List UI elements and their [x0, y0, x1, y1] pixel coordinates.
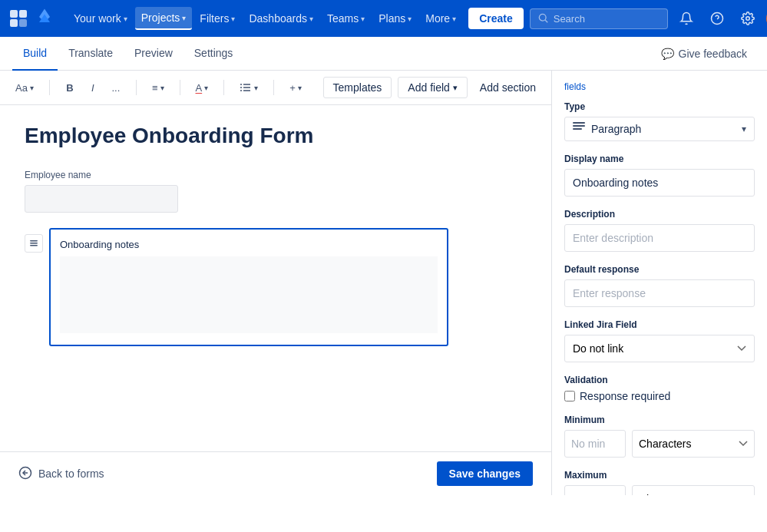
toolbar-list-group: ▾ [233, 77, 264, 98]
chevron-icon: ▾ [453, 83, 458, 93]
type-label: Type [564, 101, 755, 112]
form-title: Employee Onboarding Form [25, 124, 527, 148]
templates-button[interactable]: Templates [323, 77, 392, 98]
add-section-button[interactable]: Add section [474, 78, 542, 97]
search-icon [538, 13, 549, 24]
toolbar-color-group: A ▾ [190, 77, 215, 98]
maximum-unit-select[interactable]: Characters [632, 485, 755, 495]
minimum-section: Minimum Characters [564, 415, 755, 458]
tab-translate[interactable]: Translate [58, 37, 124, 71]
toolbar: Aa ▾ B I ... ≡ ▾ A ▾ [0, 71, 551, 105]
more-format-button[interactable]: ... [105, 77, 127, 98]
chevron-down-icon: ▾ [742, 124, 746, 134]
svg-rect-21 [573, 128, 582, 130]
validation-label: Validation [564, 375, 755, 385]
chevron-icon: ▾ [182, 14, 186, 22]
back-to-forms-button[interactable]: Back to forms [18, 466, 104, 482]
align-button[interactable]: ≡ ▾ [146, 77, 170, 98]
app-logo[interactable] [9, 8, 28, 29]
give-feedback-button[interactable]: 💬 Give feedback [653, 43, 755, 64]
top-navigation: Your work ▾ Projects ▾ Filters ▾ Dashboa… [0, 0, 767, 37]
settings-button[interactable] [736, 6, 760, 31]
description-section: Description [564, 209, 755, 252]
nav-your-work[interactable]: Your work ▾ [68, 8, 134, 29]
response-required-checkbox[interactable] [564, 391, 575, 401]
tabs-bar: Build Translate Preview Settings 💬 Give … [0, 37, 767, 71]
tabs: Build Translate Preview Settings [12, 37, 243, 71]
list-button[interactable]: ▾ [233, 77, 264, 98]
default-response-input[interactable] [564, 279, 755, 307]
fields-breadcrumb[interactable]: fields [564, 81, 586, 92]
right-panel: fields Type Paragraph ▾ Display name Des… [552, 71, 767, 495]
description-label: Description [564, 209, 755, 220]
toolbar-divider-3 [180, 80, 180, 95]
drag-icon [29, 239, 38, 248]
svg-point-12 [240, 87, 242, 88]
font-button[interactable]: Aa ▾ [9, 77, 40, 98]
brand-logo[interactable] [34, 6, 55, 31]
search-placeholder: Search [554, 13, 585, 25]
tab-build[interactable]: Build [12, 37, 58, 71]
nav-teams[interactable]: Teams ▾ [321, 8, 371, 29]
tab-settings[interactable]: Settings [183, 37, 244, 71]
svg-rect-2 [10, 19, 18, 27]
type-section: Type Paragraph ▾ [564, 101, 755, 141]
chevron-icon: ▾ [452, 15, 456, 23]
onboarding-notes-field: Onboarding notes [49, 228, 448, 346]
svg-point-7 [746, 17, 749, 21]
save-changes-button[interactable]: Save changes [437, 461, 533, 486]
maximum-input[interactable] [564, 485, 626, 495]
drag-handle[interactable] [25, 234, 43, 253]
linked-jira-label: Linked Jira Field [564, 319, 755, 330]
default-response-label: Default response [564, 264, 755, 275]
back-arrow-icon [18, 466, 32, 482]
tab-preview[interactable]: Preview [124, 37, 183, 71]
chevron-icon: ▾ [124, 15, 127, 23]
display-name-input[interactable] [564, 169, 755, 197]
svg-rect-16 [30, 245, 38, 246]
nav-plans[interactable]: Plans ▾ [372, 8, 418, 29]
svg-rect-19 [573, 122, 585, 124]
employee-name-input[interactable] [25, 185, 178, 213]
svg-rect-15 [30, 243, 38, 244]
italic-button[interactable]: I [82, 77, 104, 98]
onboarding-notes-label: Onboarding notes [60, 239, 438, 250]
nav-dashboards[interactable]: Dashboards ▾ [243, 8, 319, 29]
minimum-input[interactable] [564, 430, 626, 458]
svg-rect-0 [10, 10, 18, 18]
nav-projects[interactable]: Projects ▾ [135, 7, 193, 30]
search-box[interactable]: Search [530, 8, 668, 29]
minimum-label: Minimum [564, 415, 755, 425]
onboarding-notes-textarea[interactable] [60, 256, 438, 333]
create-button[interactable]: Create [468, 8, 524, 29]
notifications-button[interactable] [674, 6, 699, 31]
description-input[interactable] [564, 224, 755, 252]
toolbar-divider-2 [136, 80, 137, 95]
linked-jira-select[interactable]: Do not link [564, 335, 755, 362]
nav-more[interactable]: More ▾ [419, 8, 462, 29]
chevron-icon: ▾ [408, 15, 412, 23]
toolbar-divider-4 [223, 80, 224, 95]
chevron-icon: ▾ [361, 15, 365, 23]
svg-rect-14 [30, 240, 38, 242]
toolbar-divider-5 [273, 80, 274, 95]
color-button[interactable]: A ▾ [190, 77, 215, 98]
svg-rect-1 [19, 10, 27, 18]
bold-button[interactable]: B [59, 77, 81, 98]
maximum-label: Maximum [564, 470, 755, 481]
response-required-label[interactable]: Response required [580, 390, 670, 402]
minimum-unit-select[interactable]: Characters [632, 430, 755, 458]
nav-right: Create Search SA [468, 6, 767, 31]
default-response-section: Default response [564, 264, 755, 307]
insert-button[interactable]: + ▾ [283, 77, 308, 98]
toolbar-divider [49, 80, 50, 95]
add-field-button[interactable]: Add field ▾ [398, 77, 467, 98]
employee-name-section: Employee name [25, 170, 527, 213]
chevron-icon: ▾ [231, 15, 235, 23]
chevron-icon: ▾ [30, 84, 34, 92]
feedback-icon: 💬 [661, 48, 674, 60]
type-select[interactable]: Paragraph ▾ [564, 117, 755, 141]
nav-filters[interactable]: Filters ▾ [193, 8, 241, 29]
help-button[interactable] [705, 6, 729, 31]
toolbar-text-group: Aa ▾ [9, 77, 40, 98]
